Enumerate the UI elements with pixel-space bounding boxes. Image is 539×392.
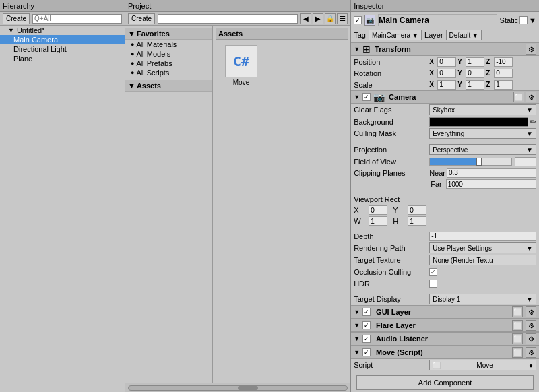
far-label: Far	[431, 180, 442, 188]
background-row: Background ✏	[351, 116, 539, 127]
hierarchy-tree: ▼ Untitled* Main Camera Directional Ligh…	[0, 26, 125, 63]
sidebar-item-all-materials[interactable]: ● All Materials	[125, 40, 212, 49]
fov-slider-thumb	[476, 158, 482, 166]
project-toolbar: Create ◀ ▶ 🔒 ☰	[125, 12, 350, 26]
asset-item-move[interactable]: C# Move	[221, 45, 261, 86]
position-x-input[interactable]	[437, 57, 456, 67]
rotation-z-input[interactable]	[494, 69, 513, 78]
camera-settings-icon2[interactable]: ⚙	[526, 92, 536, 102]
background-color-field[interactable]	[429, 117, 528, 127]
projection-dropdown[interactable]: Perspective ▼	[429, 144, 536, 155]
add-component-label: Add Component	[418, 379, 472, 387]
pencil-icon[interactable]: ✏	[530, 117, 536, 127]
hierarchy-create-btn[interactable]: Create	[3, 13, 30, 24]
y-label: Y	[393, 206, 405, 214]
scale-z-input[interactable]	[494, 80, 513, 90]
scrollbar-track[interactable]	[128, 385, 348, 391]
transform-grid-icon: ⊞	[362, 44, 371, 55]
camera-settings-icon1[interactable]: ⬜	[513, 92, 524, 102]
flare-layer-icon1[interactable]: ⬜	[512, 320, 523, 331]
inspector-panel: Inspector 📷 Static ▼ Tag MainCamera ▼	[351, 0, 539, 392]
far-value-input[interactable]	[446, 179, 536, 189]
project-scrollbar[interactable]	[125, 383, 350, 392]
object-name-input[interactable]	[378, 14, 497, 26]
target-texture-row: Target Texture None (Render Textu	[351, 254, 539, 266]
dropdown-arrow-icon: ▼	[472, 32, 478, 39]
project-menu-icon[interactable]: ☰	[337, 13, 348, 24]
move-script-checkbox[interactable]	[362, 348, 371, 356]
gui-layer-icon2[interactable]: ⚙	[526, 306, 536, 317]
transform-settings-icon[interactable]: ⚙	[526, 44, 536, 55]
asset-grid: C# Move	[216, 40, 348, 92]
culling-mask-label: Culling Mask	[354, 129, 428, 137]
fov-slider-container: 60	[429, 157, 536, 166]
hierarchy-item-untitled[interactable]: ▼ Untitled*	[0, 26, 125, 35]
fov-value-input[interactable]: 60	[515, 157, 536, 166]
hierarchy-item-directional-light[interactable]: Directional Light	[0, 44, 125, 54]
target-texture-dropdown[interactable]: None (Render Textu	[429, 255, 536, 265]
hdr-checkbox[interactable]	[429, 280, 437, 288]
hierarchy-search[interactable]	[32, 14, 122, 24]
scale-y-input[interactable]	[466, 80, 484, 90]
flare-layer-arrow-icon: ▼	[354, 322, 360, 329]
gui-layer-checkbox[interactable]	[362, 308, 371, 316]
target-display-dropdown[interactable]: Display 1 ▼	[429, 294, 536, 304]
object-header: 📷 Static ▼	[351, 12, 539, 28]
rotation-x-input[interactable]	[437, 69, 456, 78]
sidebar-item-all-prefabs[interactable]: ● All Prefabs	[125, 59, 212, 68]
hdr-row: HDR	[351, 277, 539, 289]
clipping-near: Near	[429, 168, 536, 178]
viewport-xy-row: X Y	[351, 205, 539, 216]
project-create-btn[interactable]: Create	[128, 13, 155, 24]
camera-arrow-icon: ▼	[354, 94, 360, 100]
project-search[interactable]	[158, 14, 298, 24]
target-display-value: Display 1	[433, 296, 460, 303]
layer-dropdown[interactable]: Default ▼	[446, 30, 482, 40]
camera-enabled-checkbox[interactable]	[362, 93, 371, 101]
object-active-checkbox[interactable]	[354, 16, 362, 24]
hierarchy-item-plane[interactable]: Plane	[0, 54, 125, 63]
rotation-y-input[interactable]	[466, 69, 484, 78]
project-lock-icon[interactable]: 🔒	[325, 13, 336, 24]
move-script-icon2[interactable]: ⚙	[526, 347, 536, 358]
flare-layer-checkbox[interactable]	[362, 321, 371, 329]
project-icon2[interactable]: ▶	[313, 13, 323, 24]
transform-arrow-icon: ▼	[354, 46, 360, 53]
project-icon1[interactable]: ◀	[300, 13, 311, 24]
sidebar-item-all-scripts[interactable]: ● All Scripts	[125, 68, 212, 77]
viewport-y-input[interactable]	[408, 205, 426, 215]
gui-layer-icon1[interactable]: ⬜	[512, 306, 523, 317]
audio-listener-checkbox[interactable]	[362, 335, 371, 343]
viewport-wh-row: W H	[351, 216, 539, 226]
viewport-h-input[interactable]	[408, 216, 426, 226]
static-checkbox[interactable]	[519, 16, 528, 24]
add-component-button[interactable]: Add Component	[356, 375, 534, 390]
rendering-path-label: Rendering Path	[354, 244, 428, 252]
viewport-x-input[interactable]	[369, 205, 387, 215]
audio-listener-icon1[interactable]: ⬜	[512, 333, 523, 344]
move-script-title: Move (Script)	[376, 348, 509, 356]
position-y-input[interactable]	[466, 57, 484, 67]
hierarchy-title: Hierarchy	[3, 2, 34, 10]
scale-x-input[interactable]	[437, 80, 456, 90]
hierarchy-item-main-camera[interactable]: Main Camera	[0, 35, 125, 44]
audio-listener-icon2[interactable]: ⚙	[526, 333, 536, 344]
flare-layer-icon2[interactable]: ⚙	[526, 320, 536, 331]
depth-value-input[interactable]	[429, 232, 536, 241]
csharp-icon: C#	[225, 45, 257, 77]
position-z-input[interactable]	[494, 57, 513, 67]
x-label: X	[429, 81, 436, 88]
dropdown-arrow-icon: ▼	[526, 244, 533, 252]
culling-mask-dropdown[interactable]: Everything ▼	[429, 128, 536, 139]
rendering-path-dropdown[interactable]: Use Player Settings ▼	[429, 242, 536, 253]
fov-slider[interactable]	[429, 158, 512, 166]
viewport-w-input[interactable]	[369, 216, 387, 226]
move-script-icon1[interactable]: ⬜	[512, 347, 523, 358]
script-dropdown[interactable]: ⬜ Move ●	[429, 360, 536, 370]
static-dropdown-arrow[interactable]: ▼	[529, 16, 536, 24]
occlusion-culling-checkbox[interactable]	[429, 268, 437, 276]
near-value-input[interactable]	[447, 168, 536, 178]
tag-dropdown[interactable]: MainCamera ▼	[369, 30, 422, 40]
sidebar-item-all-models[interactable]: ● All Models	[125, 49, 212, 59]
clear-flags-dropdown[interactable]: Skybox ▼	[429, 104, 536, 115]
